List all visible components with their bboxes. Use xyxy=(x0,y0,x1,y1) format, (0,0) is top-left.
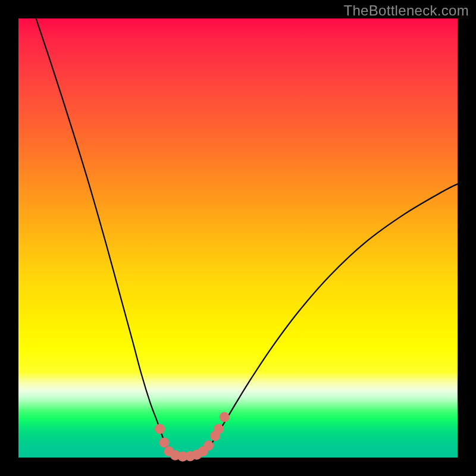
marker-dot xyxy=(214,424,224,434)
marker-dot xyxy=(155,424,165,434)
curve-left xyxy=(36,18,165,443)
marker-dot xyxy=(159,437,170,447)
chart-frame: TheBottleneck.com xyxy=(0,0,476,476)
marker-dot xyxy=(220,412,230,422)
chart-svg xyxy=(18,18,458,458)
valley-markers xyxy=(155,412,229,462)
watermark-text: TheBottleneck.com xyxy=(343,2,469,19)
curve-right xyxy=(212,184,458,443)
marker-dot xyxy=(203,441,214,451)
